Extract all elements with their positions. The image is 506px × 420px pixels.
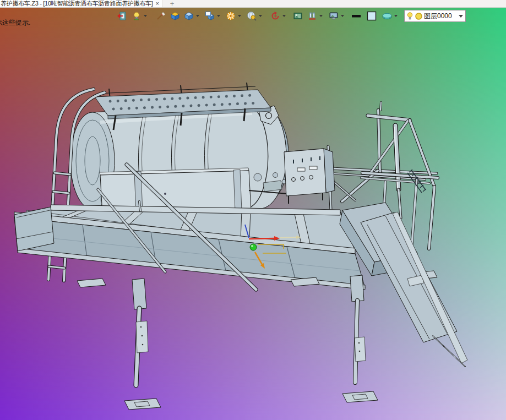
image-icon[interactable]: [292, 10, 303, 21]
face-color-swatch[interactable]: [366, 10, 377, 21]
section-ruler-dropdown-caret[interactable]: [319, 15, 323, 17]
new-tab-button[interactable]: +: [170, 1, 175, 7]
lightbulb-dropdown-caret[interactable]: [144, 15, 147, 17]
tab-close-icon[interactable]: ×: [155, 1, 159, 7]
hint-text: 示这些提示.: [0, 18, 30, 28]
globe-magnifier-icon[interactable]: [246, 10, 257, 21]
line-width-swatch[interactable]: [351, 10, 362, 21]
cube-view-dropdown-caret[interactable]: [196, 15, 199, 17]
layer-selector-value: 图层0000: [424, 12, 452, 21]
3d-viewport[interactable]: [0, 8, 506, 420]
layer-selector-combobox[interactable]: 图层0000: [404, 10, 466, 22]
layer-disc-dropdown-caret[interactable]: [394, 15, 398, 17]
cube-window-icon[interactable]: [204, 10, 215, 21]
monitor-icon[interactable]: [328, 10, 339, 21]
layer-bulb-icon: [406, 12, 413, 21]
document-tab[interactable]: 养护撒布车.Z3 - [10吨智能沥青洒布车沥青路面养护撒布车] ×: [0, 0, 162, 7]
lightbulb-render-icon[interactable]: [131, 10, 142, 21]
viewport-canvas: [0, 8, 506, 420]
layer-disc-icon[interactable]: [382, 10, 393, 21]
section-ruler-icon[interactable]: [307, 10, 318, 21]
exit-sketch-icon[interactable]: [116, 10, 127, 21]
cube-view-icon[interactable]: [183, 10, 194, 21]
document-tab-title: 养护撒布车.Z3 - [10吨智能沥青洒布车沥青路面养护撒布车]: [1, 0, 153, 7]
cube-window-dropdown-caret[interactable]: [217, 15, 220, 17]
layer-circle-icon: [415, 12, 423, 20]
cad-application-window: { "window": { "tab_title": "养护撒布车.Z3 - […: [0, 0, 506, 420]
globe-magnifier-dropdown-caret[interactable]: [259, 15, 262, 17]
pie-wheel-icon[interactable]: [225, 10, 236, 21]
monitor-dropdown-caret[interactable]: [341, 15, 344, 17]
hint-text-body: 这些提示.: [2, 19, 30, 26]
tab-bar: 养护撒布车.Z3 - [10吨智能沥青洒布车沥青路面养护撒布车] × +: [0, 0, 506, 8]
view-toolbar: 图层0000: [116, 9, 466, 23]
pie-wheel-dropdown-caret[interactable]: [238, 15, 241, 17]
paintbrush-icon[interactable]: [156, 10, 167, 21]
rotate-axis-dropdown-caret[interactable]: [282, 15, 286, 17]
layer-selector-caret[interactable]: [459, 15, 463, 18]
colored-box-icon[interactable]: [170, 10, 181, 21]
rotate-axis-icon[interactable]: [270, 10, 281, 21]
